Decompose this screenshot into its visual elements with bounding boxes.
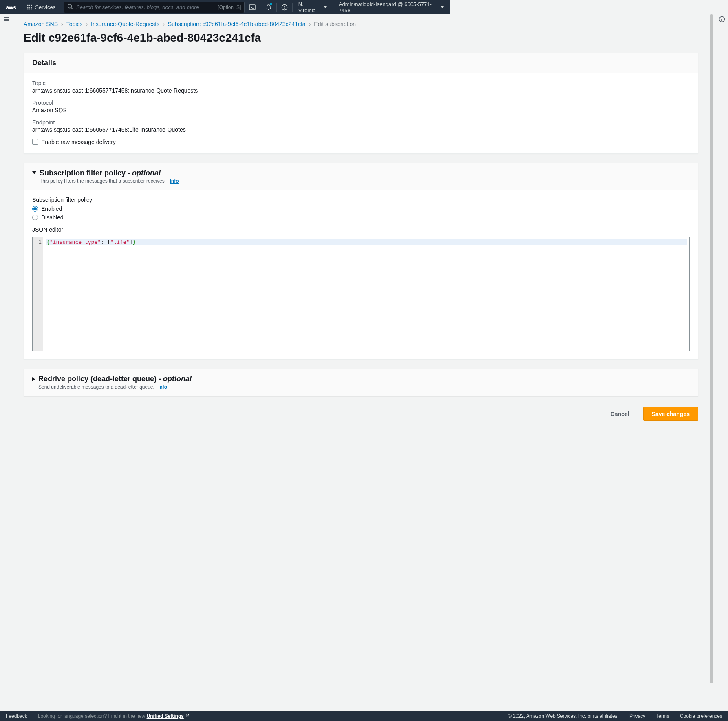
user-menu[interactable]: Admin/natigold-Isengard @ 6605-5771-7458 <box>333 1 450 13</box>
aws-logo[interactable]: aws <box>0 4 22 11</box>
region-selector[interactable]: N. Virginia <box>293 1 333 13</box>
services-label: Services <box>35 4 55 10</box>
notification-indicator-icon <box>270 3 272 5</box>
caret-down-icon <box>441 6 444 8</box>
services-menu[interactable]: Services <box>22 4 60 10</box>
grid-icon <box>27 4 33 10</box>
notifications-button[interactable] <box>260 0 276 14</box>
user-label: Admin/natigold-Isengard @ 6605-5771-7458 <box>339 1 438 13</box>
svg-text:?: ? <box>283 5 285 9</box>
search-icon <box>67 4 73 11</box>
search-input[interactable] <box>76 4 199 10</box>
svg-rect-0 <box>27 4 29 6</box>
search-box[interactable]: [Option+S] <box>64 2 245 13</box>
caret-down-icon <box>324 6 327 8</box>
help-button[interactable]: ? <box>277 0 292 14</box>
svg-point-9 <box>68 4 72 8</box>
search-shortcut: [Option+S] <box>218 4 241 10</box>
top-navigation: aws Services [Option+S] ? N. Virginia Ad… <box>0 0 450 14</box>
svg-rect-6 <box>27 8 29 9</box>
svg-rect-4 <box>29 7 31 8</box>
svg-line-10 <box>71 8 73 9</box>
svg-rect-2 <box>31 4 32 6</box>
svg-rect-1 <box>29 4 31 6</box>
region-label: N. Virginia <box>298 1 321 13</box>
cloudshell-button[interactable] <box>245 0 260 14</box>
svg-rect-5 <box>31 7 32 8</box>
svg-rect-7 <box>29 8 31 9</box>
svg-rect-3 <box>27 7 29 8</box>
svg-rect-8 <box>31 8 32 9</box>
